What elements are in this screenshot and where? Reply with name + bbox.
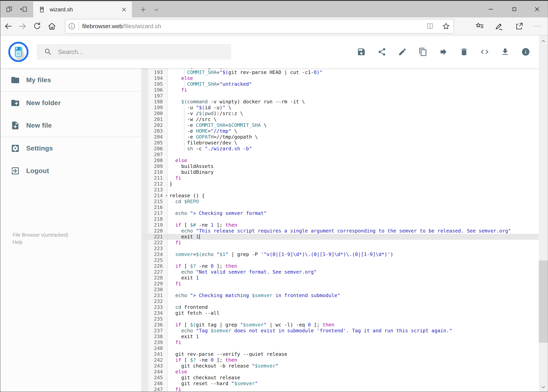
code-text[interactable]: cd frontend <box>167 304 539 310</box>
code-line-245[interactable]: 245 git checkout release <box>141 375 539 381</box>
move-button[interactable] <box>437 45 450 59</box>
code-line-239[interactable]: 239 fi <box>141 340 539 345</box>
code-text[interactable]: fi <box>167 175 539 181</box>
code-text[interactable]: echo "Not valid semver format. See semve… <box>167 269 539 275</box>
code-line-235[interactable]: 235 <box>141 316 539 322</box>
share-button[interactable] <box>513 20 525 32</box>
code-line-221[interactable]: 221 exit 1 <box>141 234 539 240</box>
code-text[interactable] <box>167 287 539 293</box>
code-text[interactable]: fi <box>167 386 539 392</box>
url-text[interactable]: filebrowser.web/files/wizard.sh <box>82 23 424 29</box>
more-options-button[interactable] <box>531 20 543 32</box>
code-text[interactable]: if [ $(git tag | grep "$semver" | wc -l)… <box>167 322 539 328</box>
annotate-button[interactable] <box>493 20 505 32</box>
maximize-button[interactable] <box>505 1 524 17</box>
sidebar-item-my-files[interactable]: My files <box>0 69 141 91</box>
code-text[interactable]: filebrowser/dev \ <box>167 140 539 146</box>
code-text[interactable]: git fetch --all <box>167 310 539 316</box>
code-line-246[interactable]: 246 git reset --hard "$semver" <box>141 381 539 386</box>
code-text[interactable]: echo "> Checking matching $semver in fro… <box>167 293 539 298</box>
code-line-228[interactable]: 228 exit 1 <box>141 275 539 281</box>
code-text[interactable]: echo "Tag $semver does not exist in subm… <box>167 328 539 334</box>
site-info-icon[interactable] <box>68 22 76 30</box>
code-line-227[interactable]: 227 echo "Not valid semver format. See s… <box>141 269 539 275</box>
code-text[interactable]: semver=$(echo "$1" | grep -P '^v(0|[1-9]… <box>167 252 539 257</box>
sidebar-item-new-folder[interactable]: New folder <box>0 91 141 114</box>
code-line-236[interactable]: 236 if [ $(git tag | grep "$semver" | wc… <box>141 322 539 328</box>
code-text[interactable]: fi <box>167 281 539 287</box>
code-line-206[interactable]: 206 sh -c "./wizard.sh -b" <box>141 146 539 152</box>
code-line-243[interactable]: 243 git checkout -b release "$semver" <box>141 363 539 369</box>
code-editor[interactable]: 192 if [ -d .git ]; then193 COMMIT_SHA="… <box>141 68 539 392</box>
filebrowser-logo[interactable] <box>8 42 28 62</box>
address-bar[interactable]: filebrowser.web/files/wizard.sh <box>65 19 454 34</box>
code-text[interactable] <box>167 187 539 193</box>
code-line-207[interactable]: 207 <box>141 152 539 158</box>
code-text[interactable]: else <box>167 75 539 81</box>
code-line-218[interactable]: 218 <box>141 216 539 222</box>
code-text[interactable]: sh -c "./wizard.sh -b" <box>167 146 539 152</box>
code-line-200[interactable]: 200 -v /$(pwd):/src:z \ <box>141 111 539 116</box>
code-line-231[interactable]: 231 echo "> Checking matching $semver in… <box>141 293 539 298</box>
code-text[interactable]: else <box>167 158 539 163</box>
code-line-234[interactable]: 234 git fetch --all <box>141 310 539 316</box>
refresh-button[interactable] <box>31 20 43 32</box>
code-line-210[interactable]: 210 buildBinary <box>141 169 539 175</box>
code-line-213[interactable]: 213 <box>141 187 539 193</box>
code-text[interactable]: -e COMMIT_SHA=$COMMIT_SHA \ <box>167 122 539 128</box>
sidebar-item-settings[interactable]: Settings <box>0 137 141 160</box>
code-text[interactable]: cd $REPO <box>167 199 539 204</box>
code-line-237[interactable]: 237 echo "Tag $semver does not exist in … <box>141 328 539 334</box>
code-line-204[interactable]: 204 -e GOPATH=//tmp/gopath \ <box>141 134 539 140</box>
code-line-244[interactable]: 244 else <box>141 369 539 375</box>
code-text[interactable]: git checkout release <box>167 375 539 381</box>
code-line-217[interactable]: 217 echo "> Checking semver format" <box>141 210 539 216</box>
help-link[interactable]: Help <box>13 238 68 246</box>
tab-list-button[interactable] <box>152 6 161 14</box>
code-line-201[interactable]: 201 -w //src \ <box>141 116 539 122</box>
code-line-194[interactable]: 194 else <box>141 75 539 81</box>
code-text[interactable]: -v /$(pwd):/src:z \ <box>167 111 539 116</box>
code-line-214[interactable]: 214▾release () { <box>141 193 539 199</box>
code-text[interactable] <box>167 298 539 304</box>
code-text[interactable]: COMMIT_SHA="$(git rev-parse HEAD | cut -… <box>167 70 539 75</box>
code-line-209[interactable]: 209 buildAssets <box>141 163 539 169</box>
code-text[interactable]: else <box>167 369 539 375</box>
code-text[interactable]: release () { <box>167 193 539 199</box>
code-text[interactable]: if [ $# -ne 1 ]; then <box>167 222 539 228</box>
code-text[interactable]: exit 1 <box>167 275 539 281</box>
code-line-197[interactable]: 197 <box>141 93 539 99</box>
code-text[interactable]: fi <box>167 340 539 345</box>
code-line-242[interactable]: 242 if [ $? -ne 0 ]; then <box>141 357 539 363</box>
code-text[interactable] <box>167 204 539 210</box>
download-button[interactable] <box>498 45 512 59</box>
code-line-196[interactable]: 196 fi <box>141 87 539 93</box>
code-text[interactable]: fi <box>167 87 539 93</box>
code-line-212[interactable]: 212} <box>141 181 539 187</box>
code-text[interactable]: COMMIT_SHA="untracked" <box>167 81 539 87</box>
search-input[interactable] <box>58 48 231 56</box>
code-text[interactable]: fi <box>167 240 539 246</box>
code-text[interactable]: git reset --hard "$semver" <box>167 381 539 386</box>
code-text[interactable]: exit 1 <box>167 334 539 340</box>
code-text[interactable]: } <box>167 181 539 187</box>
code-text[interactable]: git checkout -b release "$semver" <box>167 363 539 369</box>
delete-button[interactable] <box>457 45 471 59</box>
scrollbar-thumb[interactable] <box>539 260 548 343</box>
code-text[interactable] <box>167 345 539 351</box>
forward-button[interactable] <box>16 20 28 32</box>
code-line-203[interactable]: 203 -e HOME="//tmp" \ <box>141 128 539 134</box>
window-close-button[interactable] <box>528 1 546 17</box>
code-line-208[interactable]: 208 else <box>141 158 539 163</box>
code-line-222[interactable]: 222 fi <box>141 240 539 246</box>
code-line-220[interactable]: 220 echo "This release script requires a… <box>141 228 539 234</box>
copy-button[interactable] <box>416 45 430 59</box>
code-line-193[interactable]: 193 COMMIT_SHA="$(git rev-parse HEAD | c… <box>141 70 539 75</box>
code-text[interactable]: -w //src \ <box>167 116 539 122</box>
code-text[interactable] <box>167 316 539 322</box>
code-text[interactable]: $(command -v winpty) docker run --rm -it… <box>167 99 539 105</box>
minimize-button[interactable] <box>482 1 500 17</box>
scroll-down-icon[interactable] <box>539 383 548 392</box>
code-text[interactable] <box>167 216 539 222</box>
code-line-230[interactable]: 230 <box>141 287 539 293</box>
